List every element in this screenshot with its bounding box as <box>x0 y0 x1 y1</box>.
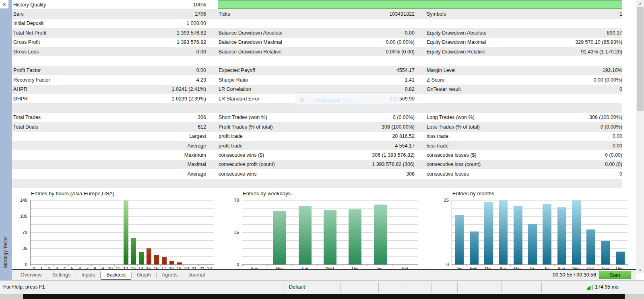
metric-value: Average <box>188 143 206 149</box>
tab-overview[interactable]: Overview <box>15 270 47 280</box>
close-panel-button[interactable]: × <box>0 0 8 8</box>
gridline <box>31 224 214 225</box>
metric-label: Z-Score <box>427 77 444 83</box>
elapsed-time: 00:30:55 / 00:30:56 <box>553 270 596 280</box>
bar-Thu <box>349 209 361 264</box>
metric-value: Largest <box>189 133 206 139</box>
status-separator <box>283 282 283 293</box>
chart-3: Entries by months035JanFebMarAprMayJunJu… <box>439 188 636 270</box>
gridline <box>31 200 214 201</box>
vertical-scrollbar[interactable]: ∧ ∨ <box>636 0 644 273</box>
report-row: Recovery Factor4.23Sharpe Ratio1.41Z-Sco… <box>12 75 622 84</box>
bar-Feb <box>470 231 479 264</box>
gridline <box>31 208 214 209</box>
y-axis-tick-label: 35 <box>439 198 449 203</box>
metric-value: 0 (0.00%) <box>601 124 622 130</box>
report-cell: Gross Loss0.00 <box>13 47 206 56</box>
report-row <box>12 179 622 188</box>
metric-value: 1.0241 (2.41%) <box>172 86 206 92</box>
tab-backtest[interactable]: Backtest <box>101 270 131 280</box>
metric-label: consecutive losses <box>427 171 469 177</box>
signal-bar <box>587 288 588 290</box>
tab-journal[interactable]: Journal <box>183 270 210 280</box>
metric-label: Sharpe Ratio <box>219 77 248 83</box>
metric-label: Ticks <box>219 11 230 17</box>
tab-inputs[interactable]: Inputs <box>76 270 100 280</box>
report-row <box>12 56 622 66</box>
metric-value: 0.00 <box>613 133 622 139</box>
metric-value: 1 <box>619 11 622 17</box>
chart-plot <box>30 200 214 265</box>
signal-bar <box>589 287 590 290</box>
status-separator <box>541 282 542 293</box>
bar-Wed <box>324 210 336 264</box>
report-cell: AHPR1.0241 (2.41%) <box>13 85 206 94</box>
report-cell: Balance Drawdown Maximal0.00 (0.00%) <box>219 38 415 47</box>
metric-label: Equity Drawdown Absolute <box>427 30 487 36</box>
bar-Sep <box>572 200 581 264</box>
status-separator <box>579 282 579 293</box>
metric-value: 4 554.17 <box>395 143 415 149</box>
metric-label: Profit Trades (% of total) <box>219 124 273 130</box>
report-cell: Equity Drawdown Relative91.43% (1 170.20… <box>427 47 622 56</box>
bar-Nov <box>601 241 610 264</box>
report-row: Largestprofit trade20 316.52loss trade0.… <box>12 132 622 141</box>
status-separator <box>378 282 379 293</box>
tab-settings[interactable]: Settings <box>47 270 76 280</box>
report-row: Averageconsecutive wins306consecutive lo… <box>12 169 622 178</box>
report-cell: Long Trades (won %)306 (100.00%) <box>427 113 622 122</box>
report-cell: Balance Drawdown Absolute0.00 <box>219 28 415 37</box>
report-cell: consecutive wins306 <box>219 169 415 178</box>
tab-agents[interactable]: Agents <box>157 270 183 280</box>
y-axis-tick-label: 0 <box>18 262 27 267</box>
metric-value: 0.00 <box>405 30 415 36</box>
metric-value: 4.23 <box>196 77 206 83</box>
report-cell: Expected Payoff4554.17 <box>219 66 415 75</box>
metric-value: 0 (0.00%) <box>393 115 415 120</box>
bar-Tue <box>299 206 312 264</box>
start-button-label: Start <box>610 272 620 278</box>
report-row: History Quality100% <box>12 0 622 9</box>
report-cell: consecutive losses0 <box>427 169 622 178</box>
gridline <box>452 200 627 201</box>
report-cell: Recovery Factor4.23 <box>13 75 206 84</box>
bar-12 <box>124 201 128 264</box>
tab-graph[interactable]: Graph <box>132 270 156 280</box>
bar-Jul <box>543 204 551 264</box>
metric-label: profit trade <box>219 143 243 149</box>
report-row: AHPR1.0241 (2.41%)LR Correlation0.82OnTe… <box>12 85 622 94</box>
report-cell: consecutive losses ($)0 (0.00) <box>427 150 622 160</box>
tabs-container: OverviewSettingsInputsBacktestGraphAgent… <box>12 270 210 280</box>
chart-title: Entries by months <box>452 190 494 197</box>
scroll-down-arrow-icon[interactable]: ∨ <box>636 266 644 273</box>
scrollbar-thumb[interactable] <box>637 7 644 111</box>
report-cell: LR Standard Error222 509.90 <box>219 94 415 103</box>
metric-value: 1 393 576.82 <box>177 30 206 36</box>
x-axis-tick <box>214 264 214 266</box>
chart-plot <box>242 200 418 265</box>
report-row: Gross Loss0.00Balance Drawdown Relative0… <box>12 47 622 56</box>
metric-value: 0 <box>619 86 622 92</box>
metric-value: 0.82 <box>405 86 415 92</box>
y-axis-tick-label: 0 <box>439 262 449 267</box>
report-cell: Z-Score0.00 (0.00%) <box>427 75 622 84</box>
metric-label: LR Correlation <box>219 86 251 92</box>
profile-name[interactable]: Default <box>289 281 305 294</box>
signal-bar <box>590 286 591 290</box>
metric-label: AHPR <box>13 86 27 92</box>
signal-bar <box>592 285 592 290</box>
start-button[interactable]: Start <box>599 271 631 279</box>
metric-value: 0.00 (0.00%) <box>593 77 622 83</box>
close-icon: × <box>2 1 6 8</box>
gridline <box>452 224 627 225</box>
metric-value: 306 (100.00%) <box>382 124 415 130</box>
metric-value: 306 (100.00%) <box>589 115 622 120</box>
metric-label: LR Standard Error <box>219 96 259 102</box>
metric-value: Average <box>188 171 206 177</box>
connection-signal-icon <box>587 285 592 290</box>
scroll-up-arrow-icon[interactable]: ∧ <box>636 0 644 7</box>
metric-label: OnTester result <box>427 86 461 92</box>
metric-label: Expected Payoff <box>219 68 255 73</box>
status-separator <box>405 282 405 293</box>
bar-Aug <box>557 207 566 264</box>
